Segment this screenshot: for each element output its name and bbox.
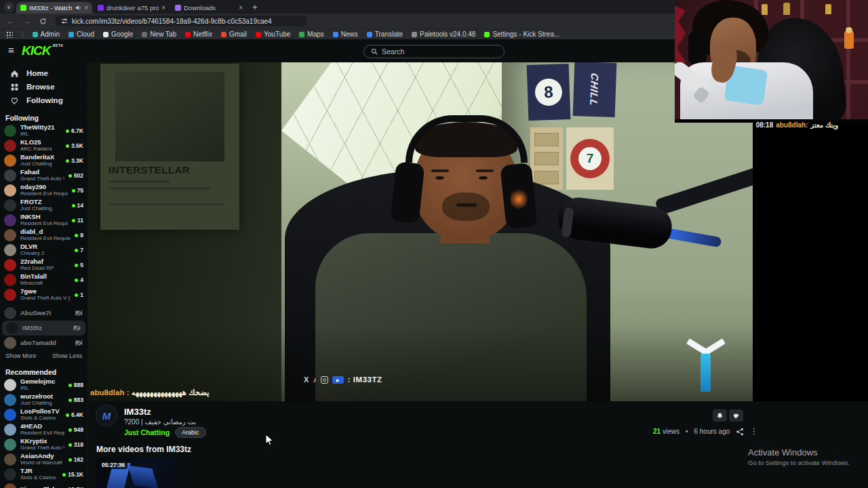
tab-audio-icon[interactable] xyxy=(75,5,81,11)
viewer-count: 948 xyxy=(74,426,83,433)
category-link[interactable]: Just Chatting xyxy=(124,428,170,436)
bookmark-item[interactable]: Gmail xyxy=(221,30,247,38)
channel-row[interactable]: XimenaFlaka 13.8K xyxy=(0,482,87,488)
channel-row[interactable]: diabl_d Resident Evil Requiem 8 xyxy=(0,228,87,243)
bookmark-item[interactable]: YouTube xyxy=(256,30,290,38)
bookmark-item[interactable]: Cloud xyxy=(68,30,94,38)
channel-avatar xyxy=(4,409,16,421)
tab-title: IM33tz - Watch the VOD on xyxy=(29,4,73,12)
channel-row[interactable]: Fahad Grand Theft Auto V (G... 502 xyxy=(0,168,87,183)
channel-row[interactable]: INKSH Resident Evil Requiem 11 xyxy=(0,213,87,228)
channel-category: Red Dead RP xyxy=(20,266,71,272)
live-dot xyxy=(72,189,75,192)
channel-row[interactable]: AsianAndy World of Warcraft 162 xyxy=(0,452,87,467)
bookmark-item[interactable]: Netflix xyxy=(185,30,212,38)
vod-age: 6 hours ago xyxy=(694,428,730,435)
channel-row[interactable]: TJR Slots & Casino 15.1K xyxy=(0,467,87,482)
sidebar-item-browse[interactable]: Browse xyxy=(0,80,87,94)
search-input[interactable] xyxy=(382,47,490,56)
browser-tab[interactable]: Downloads × xyxy=(171,2,247,14)
tab-close-icon[interactable]: × xyxy=(161,5,165,12)
back-icon[interactable]: ← xyxy=(7,17,15,25)
share-icon[interactable] xyxy=(736,428,744,436)
channel-name: diabl_d xyxy=(20,228,71,236)
channel-row[interactable]: DLVR Chivalry 2 7 xyxy=(0,243,87,258)
channel-row[interactable]: 7gwe Grand Theft Auto V (GTA) 1 xyxy=(0,287,87,302)
follow-heart-button[interactable] xyxy=(729,409,743,422)
channel-row[interactable]: BanderitaX Just Chatting 3.3K xyxy=(0,153,87,168)
live-dot xyxy=(68,458,72,462)
bookmark-label: Admin xyxy=(41,30,60,38)
sidebar-item-home[interactable]: Home xyxy=(0,66,87,80)
bookmark-item[interactable]: Settings - Kick Strea... xyxy=(484,30,559,38)
url-bar[interactable]: kick.com/im33tz/videos/b7461584-18a9-426… xyxy=(55,16,307,26)
person-beard xyxy=(442,192,490,221)
hamburger-menu-icon[interactable]: ≡ xyxy=(8,44,14,56)
channel-avatar-large[interactable]: M xyxy=(96,405,117,426)
channel-row[interactable]: 22rahaf Red Dead RP 5 xyxy=(0,258,87,272)
forward-icon[interactable]: → xyxy=(23,17,31,25)
browser-tab[interactable]: drunkdeer a75 pro software - Y × xyxy=(94,2,170,14)
tiktok-icon: ♪ xyxy=(313,375,317,384)
live-dot xyxy=(66,159,69,163)
channel-row[interactable]: KKryptix Grand Theft Auto V (G... 318 xyxy=(0,437,87,452)
channel-row[interactable]: Gemelojmc IRL 888 xyxy=(0,378,87,392)
more-options-icon[interactable]: ⋮ xyxy=(750,427,757,436)
channel-row[interactable]: 4HEAD Resident Evil Requiem 948 xyxy=(0,422,87,437)
following-header: Following xyxy=(0,111,87,123)
channel-row[interactable]: KLO25 ARC Raiders 3.5K xyxy=(0,138,87,153)
viewer-count: 4 xyxy=(80,277,83,283)
channel-name-link[interactable]: IM33tz xyxy=(124,407,151,417)
bookmark-favicon-icon xyxy=(367,32,372,37)
tab-search-chevron-icon[interactable]: ∨ xyxy=(3,1,14,12)
language-tag[interactable]: Arabic xyxy=(175,427,206,438)
person-eye xyxy=(479,176,488,180)
sidebar-item-following[interactable]: Following xyxy=(0,94,87,107)
offline-channel-row[interactable]: IM33tz xyxy=(2,321,85,336)
viewer-count: 7 xyxy=(80,247,83,253)
bookmark-item[interactable]: Admin xyxy=(33,30,60,38)
browser-tab[interactable]: IM33tz - Watch the VOD on × xyxy=(16,2,92,14)
category-line: Just Chatting Arabic xyxy=(124,427,206,438)
tab-close-icon[interactable]: × xyxy=(239,5,243,12)
show-more-button[interactable]: Show More xyxy=(5,352,37,359)
apps-grid-icon[interactable] xyxy=(6,31,13,38)
kick-logo[interactable]: KICK xyxy=(22,43,50,58)
mouse-cursor xyxy=(265,434,274,446)
video-player[interactable]: INTERSTELLAR 8 CHILL 7 xyxy=(88,62,753,401)
channel-row[interactable]: BinTalall Minecraft 4 xyxy=(0,272,87,287)
following-list: TheWitty21 IRL 6.7K KLO25 ARC Raiders xyxy=(0,123,87,302)
show-less-button[interactable]: Show Less xyxy=(52,352,82,359)
search-bar[interactable] xyxy=(363,45,505,58)
channel-row[interactable]: FROTZ Just Chatting 14 xyxy=(0,198,87,213)
bookmark-item[interactable]: Translate xyxy=(367,30,403,38)
site-settings-icon[interactable] xyxy=(61,18,68,24)
channel-avatar xyxy=(4,483,16,488)
bookmark-favicon-icon xyxy=(185,32,191,37)
channel-avatar xyxy=(4,394,16,406)
channel-row[interactable]: LosPollosTV Slots & Casino 6.4K xyxy=(0,407,87,422)
channel-name: wurzelroot xyxy=(20,393,64,401)
offline-channel-row[interactable]: abo7amadd xyxy=(0,336,87,350)
tab-close-icon[interactable]: × xyxy=(84,5,88,12)
new-tab-button[interactable]: + xyxy=(252,2,258,12)
notification-bell-button[interactable] xyxy=(713,409,727,422)
channel-row[interactable]: oday290 Resident Evil Requiem 75 xyxy=(0,183,87,198)
bookmark-favicon-icon xyxy=(412,32,417,37)
channel-row[interactable]: TheWitty21 IRL 6.7K xyxy=(0,123,87,138)
bookmark-item[interactable]: Maps xyxy=(299,30,323,38)
bell-icon xyxy=(716,412,724,420)
vod-thumbnail[interactable]: 05:27:36 xyxy=(96,458,176,488)
viewer-count: 3.3K xyxy=(71,157,83,164)
bookmark-item[interactable]: News xyxy=(333,30,358,38)
bookmark-item[interactable]: Paletools v24.0.48 xyxy=(412,30,475,38)
sevenball-number: 7 xyxy=(578,147,601,170)
bookmark-item[interactable]: Google xyxy=(103,30,133,38)
bookmark-item[interactable]: New Tab xyxy=(142,30,176,38)
channel-name: oday290 xyxy=(20,184,68,191)
channel-name: TJR xyxy=(20,468,58,475)
tab-title: drunkdeer a75 pro software - Y xyxy=(106,4,159,12)
refresh-icon[interactable] xyxy=(39,18,47,25)
offline-channel-row[interactable]: AbuSwe7i xyxy=(0,306,87,321)
channel-row[interactable]: wurzelroot Just Chatting 883 xyxy=(0,392,87,407)
